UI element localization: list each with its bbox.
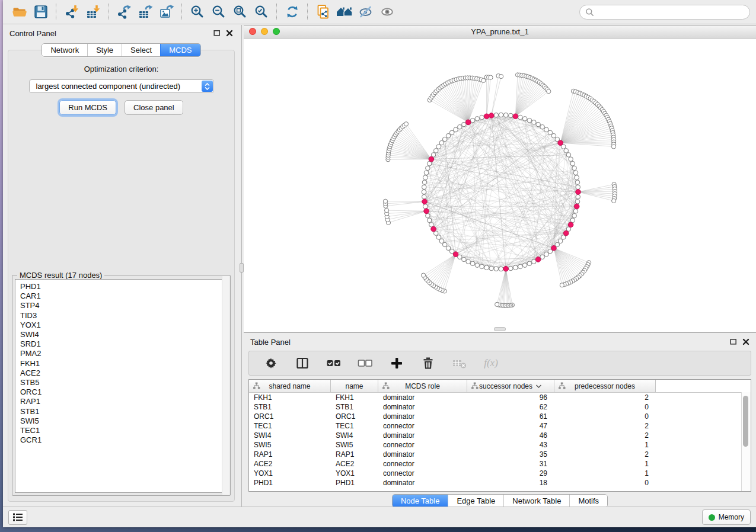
network-node[interactable] [470, 261, 475, 266]
show-graphics-details-button[interactable] [377, 2, 398, 21]
panel-splitter[interactable] [240, 25, 244, 507]
network-node[interactable] [573, 209, 578, 214]
network-node[interactable] [466, 259, 471, 264]
close-window-icon[interactable] [249, 28, 256, 35]
close-panel-icon[interactable] [742, 338, 749, 345]
network-mcds-node[interactable] [422, 199, 428, 204]
network-node[interactable] [564, 149, 569, 153]
network-node[interactable] [475, 117, 480, 121]
network-node[interactable] [423, 204, 428, 209]
network-leaf-node[interactable] [404, 122, 408, 126]
splitter-handle-icon[interactable] [240, 263, 244, 273]
column-header-shared-name[interactable]: shared name [249, 380, 331, 392]
network-node[interactable] [544, 127, 549, 132]
network-node[interactable] [513, 265, 518, 270]
network-node[interactable] [527, 118, 532, 123]
network-node[interactable] [508, 266, 513, 271]
network-node[interactable] [566, 153, 571, 158]
mcds-result-item[interactable]: STP4 [20, 301, 227, 310]
network-node[interactable] [442, 137, 447, 142]
mcds-result-item[interactable]: PMA2 [20, 349, 227, 358]
network-mcds-node[interactable] [489, 113, 494, 118]
network-leaf-node[interactable] [611, 145, 615, 149]
network-node[interactable] [573, 171, 578, 175]
column-header-MCDS-role[interactable]: MCDS role [378, 380, 467, 392]
network-node[interactable] [449, 130, 454, 135]
network-mcds-node[interactable] [484, 114, 489, 119]
float-panel-icon[interactable] [213, 30, 221, 37]
memory-button[interactable]: Memory [702, 509, 751, 525]
network-node[interactable] [422, 185, 426, 190]
network-node[interactable] [426, 166, 430, 171]
show-all-networks-button[interactable] [334, 2, 355, 21]
network-mcds-node[interactable] [568, 222, 573, 227]
network-node[interactable] [503, 113, 508, 117]
create-column-button[interactable] [389, 355, 404, 371]
network-leaf-node[interactable] [560, 283, 564, 287]
table-row[interactable]: STB1STB1dominator620 [249, 402, 751, 412]
network-node[interactable] [544, 252, 549, 257]
table-row[interactable]: SWI4SWI4dominator462 [249, 431, 751, 440]
run-mcds-button[interactable]: Run MCDS [59, 100, 116, 115]
tab-network[interactable]: Network [42, 44, 87, 56]
network-leaf-node[interactable] [499, 74, 503, 78]
network-mcds-node[interactable] [551, 245, 557, 251]
node-table[interactable]: shared namenameMCDS rolesuccessor nodesp… [248, 379, 751, 492]
network-node[interactable] [424, 171, 429, 175]
mcds-result-item[interactable]: RAP1 [20, 397, 227, 406]
network-leaf-node[interactable] [383, 199, 387, 203]
mcds-result-item[interactable]: GCR1 [20, 435, 227, 445]
minimize-window-icon[interactable] [261, 28, 268, 35]
network-node[interactable] [433, 149, 438, 153]
close-panel-button[interactable]: Close panel [125, 100, 183, 115]
table-row[interactable]: SWI5SWI5connector431 [249, 440, 751, 450]
column-header-successor-nodes[interactable]: successor nodes [467, 380, 554, 392]
new-network-from-selection-button[interactable] [312, 2, 334, 21]
network-node[interactable] [570, 161, 575, 166]
mcds-result-item[interactable]: CAR1 [20, 291, 227, 301]
mcds-result-item[interactable]: SWI4 [20, 330, 227, 339]
network-node[interactable] [446, 133, 451, 138]
export-network-button[interactable] [113, 2, 135, 21]
open-file-button[interactable] [9, 2, 30, 21]
network-node[interactable] [470, 118, 475, 123]
network-node[interactable] [427, 161, 432, 166]
network-mcds-node[interactable] [558, 140, 563, 146]
network-node[interactable] [489, 266, 494, 271]
hide-graphics-details-button[interactable] [355, 2, 377, 21]
table-row[interactable]: PHD1PHD1dominator180 [249, 478, 751, 488]
tab-network-table[interactable]: Network Table [503, 495, 569, 507]
network-node[interactable] [572, 166, 577, 171]
network-node[interactable] [576, 194, 580, 199]
search-box[interactable] [579, 5, 750, 20]
network-node[interactable] [551, 133, 556, 138]
select-all-columns-button[interactable] [326, 355, 342, 371]
network-node[interactable] [499, 267, 503, 271]
table-row[interactable]: YOX1YOX1connector291 [249, 469, 751, 478]
network-mcds-node[interactable] [429, 156, 434, 162]
mcds-result-item[interactable]: SWI5 [20, 416, 227, 426]
export-image-button[interactable] [156, 2, 177, 21]
task-history-button[interactable] [8, 510, 27, 525]
import-network-button[interactable] [61, 2, 82, 21]
search-input[interactable] [597, 7, 744, 17]
mcds-result-item[interactable]: STB5 [20, 378, 227, 387]
delete-column-button[interactable] [420, 355, 436, 371]
network-canvas[interactable] [244, 39, 756, 332]
network-node[interactable] [423, 175, 428, 180]
deselect-all-columns-button[interactable] [358, 355, 373, 371]
scrollbar-thumb[interactable] [743, 396, 748, 447]
table-scrollbar[interactable] [741, 392, 751, 491]
network-node[interactable] [475, 263, 480, 268]
zoom-selected-button[interactable] [251, 2, 272, 21]
network-node[interactable] [575, 175, 579, 180]
network-leaf-node[interactable] [421, 273, 425, 277]
network-leaf-node[interactable] [384, 209, 388, 213]
network-node[interactable] [422, 194, 426, 199]
list-scrollbar[interactable] [222, 276, 229, 495]
network-node[interactable] [439, 239, 444, 243]
mcds-result-item[interactable]: PHD1 [20, 282, 227, 291]
table-settings-button[interactable] [263, 355, 279, 371]
table-row[interactable]: ORC1ORC1dominator610 [249, 412, 751, 421]
network-mcds-node[interactable] [576, 190, 581, 195]
